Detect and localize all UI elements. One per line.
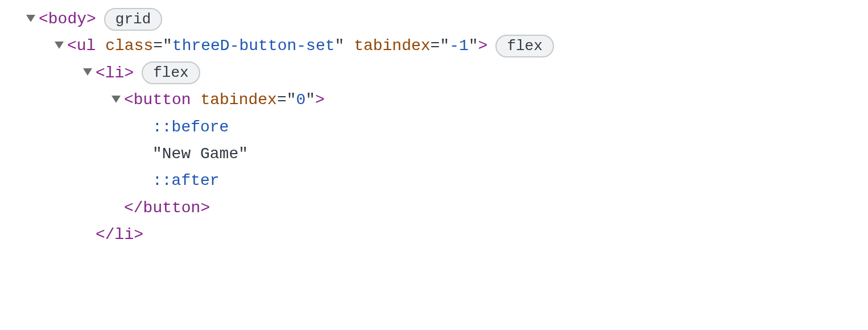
node-label: "New Game" [152,142,248,166]
node-label: </button> [124,196,210,220]
pseudo-after[interactable]: ::after [0,167,868,194]
node-label: <body> [39,7,96,31]
node-label: <li> [96,61,134,85]
expand-collapse-icon[interactable] [23,15,39,24]
dom-node-ul[interactable]: <ul class="threeD-button-set" tabindex="… [0,32,868,59]
text-node-new-game[interactable]: "New Game" [0,141,868,167]
dom-node-li-close[interactable]: </li> [0,221,868,248]
elements-dom-tree[interactable]: <body>grid<ul class="threeD-button-set" … [0,0,868,249]
node-label: <ul class="threeD-button-set" tabindex="… [67,34,487,58]
display-badge[interactable]: flex [142,61,200,84]
expand-collapse-icon[interactable] [108,96,124,105]
display-badge[interactable]: flex [495,35,553,57]
dom-node-button-close[interactable]: </button> [0,195,868,221]
node-label: </li> [96,222,143,247]
expand-collapse-icon[interactable] [80,68,96,77]
node-label: ::before [152,115,229,139]
dom-node-li[interactable]: <li>flex [0,60,868,86]
expand-collapse-icon[interactable] [51,42,67,51]
dom-node-body[interactable]: <body>grid [0,6,868,32]
node-label: <button tabindex="0"> [124,88,325,112]
display-badge[interactable]: grid [104,8,162,31]
dom-node-button-open[interactable]: <button tabindex="0"> [0,86,868,113]
pseudo-before[interactable]: ::before [0,114,868,141]
node-label: ::after [152,168,220,193]
